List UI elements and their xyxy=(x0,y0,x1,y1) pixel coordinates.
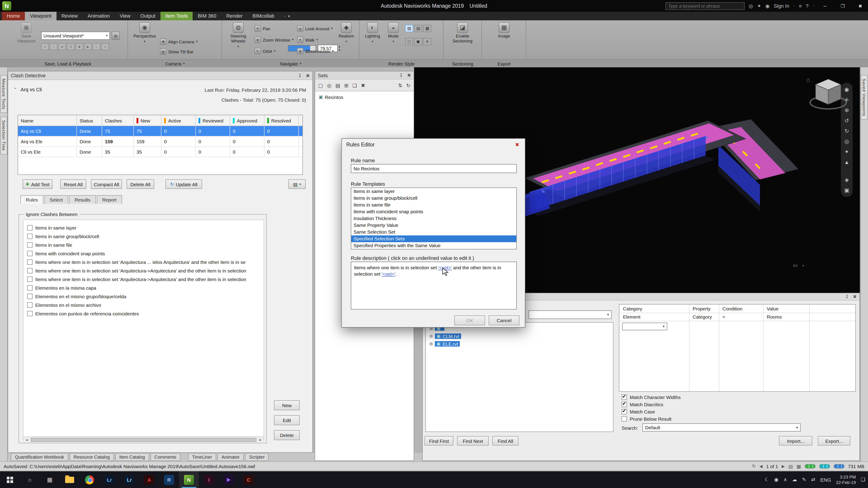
help-button[interactable]: ? xyxy=(806,3,809,8)
rule-template-item[interactable]: Items in same file xyxy=(351,201,516,208)
sort-icon[interactable]: ⇅ xyxy=(398,83,402,88)
close-button[interactable]: ✖ xyxy=(854,0,867,12)
ribbon-collapse-caret-icon[interactable]: ▾ xyxy=(288,14,290,18)
dock-tab[interactable]: Scripter xyxy=(245,453,269,461)
grid-column-divider[interactable] xyxy=(689,304,689,391)
media-app-button[interactable]: ▶ xyxy=(219,471,239,488)
orbit-button[interactable]: ↻ Orbit ▾ xyxy=(254,47,275,55)
file-explorer-button[interactable] xyxy=(60,471,80,488)
test-options-split-button[interactable]: ▤▾ xyxy=(288,180,306,189)
category-combo[interactable]: ▾ xyxy=(622,323,667,330)
realism-nav-icon[interactable]: ◈ xyxy=(845,177,849,183)
search-in-combo[interactable]: ▾ xyxy=(528,311,612,319)
page-prev-icon[interactable]: ◀ xyxy=(760,464,763,468)
grid-column-divider[interactable] xyxy=(763,304,764,391)
perspective-nav-icon[interactable]: ▲ xyxy=(844,159,849,165)
ignore-rule-item[interactable]: Items in same file xyxy=(27,240,264,249)
group-label-save-load-playback[interactable]: Save, Load & Playback xyxy=(8,60,128,68)
group-label-render-style[interactable]: Render Style xyxy=(360,60,443,68)
comment-icon[interactable]: ❑ xyxy=(352,83,357,88)
walk-button[interactable]: ✦ Walk ▾ xyxy=(297,36,318,43)
export-button[interactable]: Export... xyxy=(818,436,850,446)
indesign-button[interactable]: I xyxy=(199,471,219,488)
export-image-button[interactable]: ▦ Image xyxy=(493,22,515,39)
checkbox-icon[interactable] xyxy=(622,416,627,422)
checkbox-icon[interactable] xyxy=(27,242,33,248)
ribbon-tab-viewpoint[interactable]: Viewpoint xyxy=(25,12,57,20)
table-row[interactable]: Cli vs Ele Done 35 35 0 0 0 0 xyxy=(18,147,303,157)
ribbon-tab-render[interactable]: Render xyxy=(221,12,248,20)
viewport-clock-icon[interactable]: ◔ xyxy=(801,263,804,268)
ignore-rule-item[interactable]: Elementos en la misma capa xyxy=(27,283,264,292)
look-around-button[interactable]: ◎ Look Around ▾ xyxy=(297,25,333,32)
rule-template-item[interactable]: Same Property Value xyxy=(351,222,516,229)
ignore-rule-item[interactable]: Items with coincident snap points xyxy=(27,249,264,258)
dialog-titlebar[interactable]: Rules Editor ✖ xyxy=(342,139,525,151)
account-icon[interactable]: ◉ xyxy=(765,3,770,9)
rewind-button[interactable]: « xyxy=(41,43,49,50)
checkbox-icon[interactable] xyxy=(622,402,627,407)
search-go-icon[interactable]: ◎ xyxy=(749,3,753,9)
rule-template-item[interactable]: Specified Properties with the Same Value xyxy=(351,242,516,249)
enable-sectioning-button[interactable]: ◪ Enable Sectioning xyxy=(448,22,477,44)
expander-icon[interactable]: ⊞ xyxy=(430,341,433,346)
rule-template-item[interactable]: Insulation Thickness xyxy=(351,215,516,222)
close-icon[interactable]: ✖ xyxy=(306,73,310,78)
select-set-icon[interactable]: ▢ xyxy=(318,83,323,88)
ignore-rule-item[interactable]: Items in same layer xyxy=(27,223,264,232)
camera-nav-icon[interactable]: ▣ xyxy=(844,187,849,193)
chrome-button[interactable] xyxy=(80,471,99,488)
clash-detective-titlebar[interactable]: Clash Detective ↧ ✖ xyxy=(8,71,312,80)
find-all-button[interactable]: Find All xyxy=(492,436,519,446)
ribbon-tab-home[interactable]: Home xyxy=(2,12,25,20)
search-mode-combo[interactable]: Default ▾ xyxy=(643,423,801,431)
dock-tab[interactable]: Resource Catalog xyxy=(70,453,114,461)
walk-nav-icon[interactable]: ✦ xyxy=(844,149,849,155)
look-nav-icon[interactable]: ◎ xyxy=(844,138,849,144)
dialog-close-icon[interactable]: ✖ xyxy=(509,139,525,151)
group-label-navigate[interactable]: Navigate▾ xyxy=(222,60,360,68)
refresh-icon[interactable]: ↻ xyxy=(752,464,756,468)
checkbox-icon[interactable] xyxy=(622,409,627,414)
cancel-button[interactable]: Cancel xyxy=(489,315,520,325)
play-button[interactable]: ▶ xyxy=(84,43,92,50)
pin-icon[interactable]: ↧ xyxy=(845,294,849,299)
grid-cell-property[interactable]: Category xyxy=(692,314,712,320)
scroll-left-icon[interactable]: ◂ xyxy=(24,437,30,442)
find-first-button[interactable]: Find First xyxy=(425,436,454,446)
column-header-name[interactable]: Name xyxy=(18,115,77,126)
dock-tab[interactable]: Comments xyxy=(150,453,180,461)
viewpoint-options-button[interactable]: ▤ xyxy=(112,32,120,40)
rule-template-item[interactable]: Items with coincident snap points xyxy=(351,208,516,215)
help-caret-icon[interactable]: ▾ xyxy=(813,4,814,8)
find-option-item[interactable]: Match Case xyxy=(622,408,681,415)
set-item[interactable]: ▣ Recintos xyxy=(315,92,414,99)
start-button[interactable] xyxy=(0,471,20,488)
rule-template-item[interactable]: Specified Selection Sets xyxy=(351,235,516,242)
rewind-nav-icon[interactable]: ↺ xyxy=(844,118,849,124)
delete-set-icon[interactable]: ✖ xyxy=(361,83,365,88)
shaded-render-icon[interactable]: ▨ xyxy=(414,25,422,32)
action-center-icon[interactable]: ❑ xyxy=(861,477,865,483)
ignore-rule-item[interactable]: Elementos en el mismo grupo/bloque/celda xyxy=(27,292,264,300)
find-set-icon[interactable]: ◎ xyxy=(327,83,331,88)
grid-cell-condition[interactable]: = xyxy=(722,314,725,320)
checkbox-icon[interactable] xyxy=(27,225,33,230)
multisheet-icon[interactable]: ▦ xyxy=(797,463,801,469)
ribbon-tab-review[interactable]: Review xyxy=(57,12,83,20)
measure-tools-tab[interactable]: Measure Tools xyxy=(0,75,7,113)
checkbox-icon[interactable] xyxy=(27,259,33,265)
checkbox-icon[interactable] xyxy=(27,276,33,282)
c-app-button[interactable]: C xyxy=(239,471,258,488)
grid-header-property[interactable]: Property xyxy=(692,306,710,311)
expander-icon[interactable]: ⊞ xyxy=(430,334,433,338)
ribbon-options-icon[interactable]: ◦ xyxy=(284,14,285,18)
perspective-button[interactable]: ◉ Perspective ▾ xyxy=(132,22,157,43)
group-label-camera[interactable]: Camera▾ xyxy=(128,60,222,68)
step-forward-button[interactable]: › xyxy=(93,43,100,50)
lightroom-button[interactable]: Lr xyxy=(99,471,119,488)
grid-header-value[interactable]: Value xyxy=(767,306,778,311)
zoom-nav-icon[interactable]: ⊕ xyxy=(844,107,849,113)
align-camera-button[interactable]: ✚ Align Camera ▾ xyxy=(160,38,197,45)
lightroom-classic-button[interactable]: Lr xyxy=(119,471,139,488)
